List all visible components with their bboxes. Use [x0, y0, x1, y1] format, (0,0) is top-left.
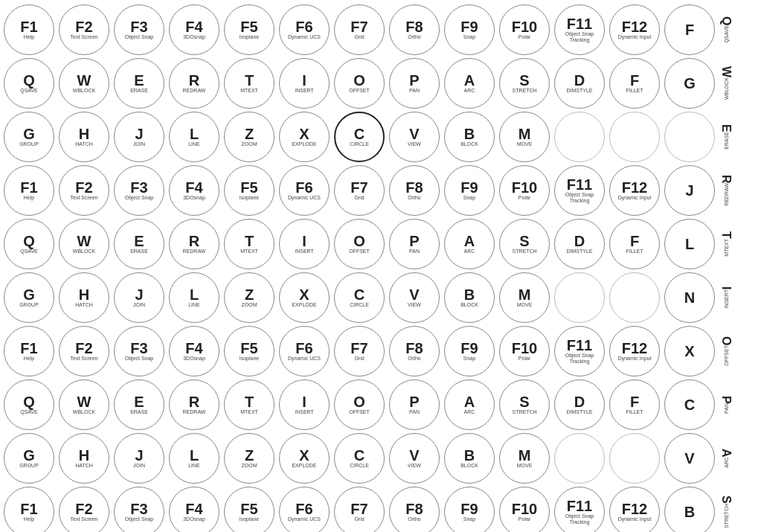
key-4-0[interactable]: QQSAVE [4, 219, 54, 269]
key-9-3[interactable]: F43DOsnap [169, 487, 219, 532]
key-8-2[interactable]: JJOIN [114, 433, 164, 484]
key-5-4[interactable]: ZZOOM [224, 272, 275, 323]
key-2-1[interactable]: HHATCH [59, 112, 109, 162]
key-1-11[interactable]: FFILLET [609, 58, 660, 109]
key-2-0[interactable]: GGROUP [4, 112, 54, 162]
key-5-1[interactable]: HHATCH [59, 272, 109, 323]
key-6-2[interactable]: F3Object Snap [114, 326, 164, 376]
key-7-2[interactable]: EERASE [114, 379, 164, 430]
key-5-6[interactable]: CCIRCLE [334, 272, 385, 323]
key-2-7[interactable]: VVIEW [389, 112, 440, 162]
key-7-8[interactable]: AARC [444, 379, 495, 430]
key-8-5[interactable]: XEXPLODE [279, 433, 330, 484]
key-1-8[interactable]: AARC [444, 58, 495, 109]
key-6-4[interactable]: F5Isoplane [224, 326, 275, 376]
key-9-4[interactable]: F5Isoplane [224, 487, 275, 532]
key-8-1[interactable]: HHATCH [59, 433, 109, 484]
key-3-0[interactable]: F1Help [4, 165, 54, 216]
key-5-7[interactable]: VVIEW [389, 272, 440, 323]
key-3-12[interactable]: J [664, 165, 715, 216]
key-8-8[interactable]: BBLOCK [444, 433, 495, 484]
key-2-3[interactable]: LLINE [169, 112, 219, 162]
key-8-7[interactable]: VVIEW [389, 433, 440, 484]
key-7-11[interactable]: FFILLET [609, 379, 660, 430]
key-1-6[interactable]: OOFFSET [334, 58, 385, 109]
key-0-7[interactable]: F8Ortho [389, 4, 440, 55]
key-7-10[interactable]: DDIMSTYLE [554, 379, 605, 430]
key-7-3[interactable]: RREDRAW [169, 379, 219, 430]
key-3-4[interactable]: F5Isoplane [224, 165, 275, 216]
key-7-12[interactable]: C [664, 379, 715, 430]
key-3-8[interactable]: F9Snap [444, 165, 495, 216]
key-9-2[interactable]: F3Object Snap [114, 487, 164, 532]
key-0-3[interactable]: F43DOsnap [169, 4, 219, 55]
key-2-8[interactable]: BBLOCK [444, 112, 495, 162]
key-6-12[interactable]: X [664, 326, 715, 376]
key-1-5[interactable]: IINSERT [279, 58, 330, 109]
key-0-1[interactable]: F2Text Screen [59, 4, 109, 55]
key-0-11[interactable]: F12Dynamic Input [609, 4, 660, 55]
key-2-9[interactable]: MMOVE [499, 112, 550, 162]
key-6-8[interactable]: F9Snap [444, 326, 495, 376]
key-9-6[interactable]: F7Grid [334, 487, 385, 532]
key-0-5[interactable]: F6Dynamic UCS [279, 4, 330, 55]
key-0-9[interactable]: F10Polar [499, 4, 550, 55]
key-0-0[interactable]: F1Help [4, 4, 54, 55]
key-0-12[interactable]: F [664, 4, 715, 55]
key-4-6[interactable]: OOFFSET [334, 219, 385, 269]
key-2-6[interactable]: CCIRCLE [334, 112, 385, 162]
key-5-8[interactable]: BBLOCK [444, 272, 495, 323]
key-1-9[interactable]: SSTRETCH [499, 58, 550, 109]
key-6-5[interactable]: F6Dynamic UCS [279, 326, 330, 376]
key-8-3[interactable]: LLINE [169, 433, 219, 484]
key-1-3[interactable]: RREDRAW [169, 58, 219, 109]
key-5-0[interactable]: GGROUP [4, 272, 54, 323]
key-4-10[interactable]: DDIMSTYLE [554, 219, 605, 269]
key-4-9[interactable]: SSTRETCH [499, 219, 550, 269]
key-9-11[interactable]: F12Dynamic Input [609, 487, 660, 532]
key-8-0[interactable]: GGROUP [4, 433, 54, 484]
key-2-5[interactable]: XEXPLODE [279, 112, 330, 162]
key-5-5[interactable]: XEXPLODE [279, 272, 330, 323]
key-0-10[interactable]: F11Object Snap Tracking [554, 4, 605, 55]
key-1-4[interactable]: TMTEXT [224, 58, 275, 109]
key-9-1[interactable]: F2Text Screen [59, 487, 109, 532]
key-4-7[interactable]: PPAN [389, 219, 440, 269]
key-3-1[interactable]: F2Text Screen [59, 165, 109, 216]
key-1-12[interactable]: G [664, 58, 715, 109]
key-7-9[interactable]: SSTRETCH [499, 379, 550, 430]
key-3-7[interactable]: F8Ortho [389, 165, 440, 216]
key-4-3[interactable]: RREDRAW [169, 219, 219, 269]
key-2-4[interactable]: ZZOOM [224, 112, 275, 162]
key-7-4[interactable]: TMTEXT [224, 379, 275, 430]
key-9-9[interactable]: F10Polar [499, 487, 550, 532]
key-3-5[interactable]: F6Dynamic UCS [279, 165, 330, 216]
key-5-2[interactable]: JJOIN [114, 272, 164, 323]
key-7-7[interactable]: PPAN [389, 379, 440, 430]
key-1-2[interactable]: EERASE [114, 58, 164, 109]
key-2-2[interactable]: JJOIN [114, 112, 164, 162]
key-1-0[interactable]: QQSAVE [4, 58, 54, 109]
key-4-12[interactable]: L [664, 219, 715, 269]
key-3-6[interactable]: F7Grid [334, 165, 385, 216]
key-4-1[interactable]: WWBLOCK [59, 219, 109, 269]
key-7-1[interactable]: WWBLOCK [59, 379, 109, 430]
key-5-3[interactable]: LLINE [169, 272, 219, 323]
key-7-5[interactable]: IINSERT [279, 379, 330, 430]
key-3-10[interactable]: F11Object Snap Tracking [554, 165, 605, 216]
key-6-1[interactable]: F2Text Screen [59, 326, 109, 376]
key-6-11[interactable]: F12Dynamic Input [609, 326, 660, 376]
key-3-2[interactable]: F3Object Snap [114, 165, 164, 216]
key-8-4[interactable]: ZZOOM [224, 433, 275, 484]
key-5-12[interactable]: N [664, 272, 715, 323]
key-6-0[interactable]: F1Help [4, 326, 54, 376]
key-9-7[interactable]: F8Ortho [389, 487, 440, 532]
key-4-4[interactable]: TMTEXT [224, 219, 275, 269]
key-4-8[interactable]: AARC [444, 219, 495, 269]
key-3-9[interactable]: F10Polar [499, 165, 550, 216]
key-1-10[interactable]: DDIMSTYLE [554, 58, 605, 109]
key-8-6[interactable]: CCIRCLE [334, 433, 385, 484]
key-4-5[interactable]: IINSERT [279, 219, 330, 269]
key-0-4[interactable]: F5Isoplane [224, 4, 275, 55]
key-4-11[interactable]: FFILLET [609, 219, 660, 269]
